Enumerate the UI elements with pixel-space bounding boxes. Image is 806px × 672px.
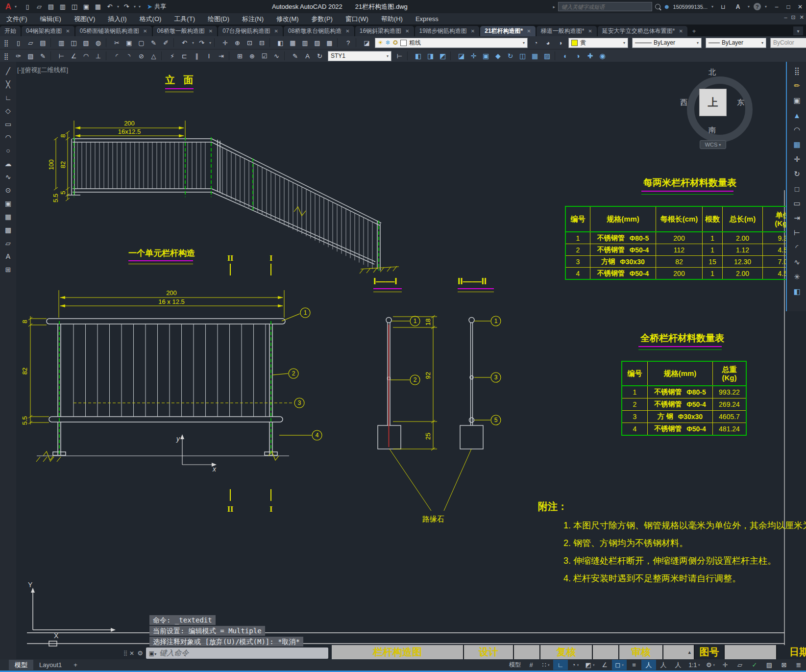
table-icon[interactable]: ⊞ <box>234 50 246 61</box>
text-edit-icon[interactable]: ✎ <box>289 50 301 61</box>
zoom-window-icon[interactable]: ⊡ <box>244 37 256 48</box>
help-dropdown-icon[interactable]: ▾ <box>765 4 767 9</box>
polyline-icon[interactable]: ∟ <box>2 91 15 104</box>
tab-close-icon[interactable]: ✕ <box>274 28 278 34</box>
menu-item[interactable]: 帮助(H) <box>375 14 409 25</box>
polygon-icon[interactable]: ◇ <box>2 104 15 117</box>
viewcube[interactable]: 北 西 东 南 上 WCS▾ <box>680 68 746 148</box>
graphics-performance-icon[interactable]: ✓ <box>747 660 762 670</box>
fillet-icon[interactable]: ◜ <box>790 240 804 255</box>
model-space-toggle[interactable]: 模型 <box>506 660 524 670</box>
hatch-icon[interactable]: ▦ <box>2 210 15 223</box>
tab-overflow-button[interactable]: ▾ <box>793 26 803 35</box>
plotstyle-control-dropdown[interactable]: ByColor ▾ <box>770 38 806 48</box>
workspace-switching-icon[interactable]: ⚙ <box>703 660 718 670</box>
ellipse-icon[interactable]: ⊙ <box>2 183 15 197</box>
pan-icon[interactable]: ✛ <box>219 37 231 48</box>
tab-close-icon[interactable]: ✕ <box>66 28 70 34</box>
separator[interactable] <box>555 51 558 60</box>
fillet-edge-icon[interactable]: ◐ <box>560 50 572 61</box>
search-input[interactable] <box>558 2 652 11</box>
publish-icon[interactable]: ▧ <box>80 37 92 48</box>
plot-preview-icon[interactable]: ◫ <box>68 37 80 48</box>
workspace-icon[interactable]: ◪ <box>361 37 373 48</box>
qat-customize-dropdown[interactable]: ▾ <box>137 2 142 12</box>
tab-close-icon[interactable]: ✕ <box>405 28 409 34</box>
3d-array-icon[interactable]: ▣ <box>480 50 492 61</box>
autodesk-a-icon[interactable]: A <box>732 1 744 12</box>
toolbar-grip[interactable]: ⣿ <box>0 37 12 48</box>
a-dropdown-icon[interactable]: ▾ <box>748 4 750 9</box>
command-bar-grip[interactable]: ⣿ <box>123 650 126 656</box>
rotate-icon[interactable]: ↻ <box>790 167 804 181</box>
tab-close-icon[interactable]: ✕ <box>471 28 475 34</box>
document-tab[interactable]: 延安大学立交桥总体布置图* ✕ <box>598 26 687 36</box>
separator[interactable] <box>450 51 454 60</box>
dim-break-icon[interactable]: Ⅰ <box>203 50 215 61</box>
doc-close-button[interactable]: ✕ <box>800 14 804 21</box>
dim-inspect-icon[interactable]: ☑ <box>258 50 270 61</box>
intersect-icon[interactable]: ◩ <box>437 50 449 61</box>
sphere-icon[interactable]: ◉ <box>596 50 609 61</box>
document-tab[interactable]: 梯道一般构造图* ✕ <box>537 26 597 36</box>
erase-icon[interactable]: ✏ <box>790 78 804 93</box>
isometric-drafting-icon[interactable]: ◩ <box>583 660 597 670</box>
toolbar-grip[interactable]: ⣿ <box>0 50 12 61</box>
line-icon[interactable]: ╱ <box>2 64 15 77</box>
object-snap-icon[interactable]: ◻ <box>612 660 627 670</box>
tolerance-icon[interactable]: △ <box>147 50 160 61</box>
construction-line-icon[interactable]: ╳ <box>2 77 15 91</box>
layer-freeze-icon[interactable]: ▨ <box>311 37 323 48</box>
copy-clip-icon[interactable]: ▣ <box>123 37 135 48</box>
document-tab[interactable]: 06桥墩一般构造图 ✕ <box>153 26 218 36</box>
dim-ordinate-icon[interactable]: ⊥ <box>92 50 104 61</box>
menu-item[interactable]: 工具(T) <box>168 14 201 25</box>
scale-icon[interactable]: □ <box>790 181 804 196</box>
document-tab[interactable]: 21栏杆构造图* ✕ <box>480 26 535 36</box>
undo-icon[interactable]: ↶ <box>178 37 191 48</box>
dim-radius-icon[interactable]: ◜ <box>111 50 123 61</box>
separator[interactable] <box>229 51 232 60</box>
units-icon[interactable]: ▱ <box>733 660 747 670</box>
rectangle-icon[interactable]: ▭ <box>2 117 15 130</box>
separator[interactable] <box>50 38 54 47</box>
separator[interactable] <box>356 38 359 47</box>
dim-continue-icon[interactable]: ∥ <box>191 50 203 61</box>
viewcube-west[interactable]: 西 <box>680 98 687 107</box>
layer-states-icon[interactable]: ▦ <box>287 37 299 48</box>
3d-rotate-icon[interactable]: ◆ <box>492 50 504 61</box>
color-control-dropdown[interactable]: 黄 ▾ <box>568 38 628 48</box>
minimize-button[interactable]: – <box>771 1 782 12</box>
move-icon[interactable]: ✛ <box>790 152 804 167</box>
tab-close-icon[interactable]: ✕ <box>588 28 592 34</box>
separator[interactable] <box>161 51 165 60</box>
wcs-selector[interactable]: WCS▾ <box>700 140 726 149</box>
dim-baseline-icon[interactable]: ⊏ <box>178 50 191 61</box>
qat-plot-icon[interactable]: ▦ <box>92 2 104 12</box>
dim-diameter-icon[interactable]: ◝ <box>123 50 135 61</box>
lineweight-control-dropdown[interactable]: —— ByLayer ▾ <box>706 38 766 48</box>
dim-update-all-icon[interactable]: ↻ <box>314 50 326 61</box>
grid-display-icon[interactable]: # <box>524 660 538 670</box>
table-create-icon[interactable]: ⊞ <box>2 263 15 276</box>
dim-arc-icon[interactable]: ◠ <box>80 50 92 61</box>
qat-redo-dropdown[interactable]: ▾ <box>132 2 137 12</box>
cut-icon[interactable]: ✂ <box>111 37 123 48</box>
extrude-icon[interactable]: ◪ <box>455 50 467 61</box>
zoom-realtime-icon[interactable]: ⊕ <box>231 37 244 48</box>
dim-angular-icon[interactable]: ∠ <box>68 50 80 61</box>
tab-close-icon[interactable]: ✕ <box>679 28 683 34</box>
viewcube-north[interactable]: 北 <box>708 68 716 77</box>
menu-item[interactable]: 修改(M) <box>270 14 305 25</box>
viewcube-east[interactable]: 东 <box>737 98 744 107</box>
qat-undo-dropdown[interactable]: ▾ <box>116 2 121 12</box>
3d-move-icon[interactable]: ✛ <box>467 50 480 61</box>
insert-block-icon[interactable]: ▣ <box>2 197 15 210</box>
dimstyle-icon[interactable]: ✑ <box>12 50 24 61</box>
dim-linear-icon[interactable]: ⊢ <box>55 50 68 61</box>
zoom-previous-icon[interactable]: ⊟ <box>256 37 268 48</box>
lineweight-display-icon[interactable]: ≡ <box>627 660 641 670</box>
dim-style-dropdown[interactable]: STY1 ▾ <box>328 51 391 61</box>
autocad-logo[interactable]: A <box>3 2 14 11</box>
union-icon[interactable]: ◧ <box>412 50 424 61</box>
